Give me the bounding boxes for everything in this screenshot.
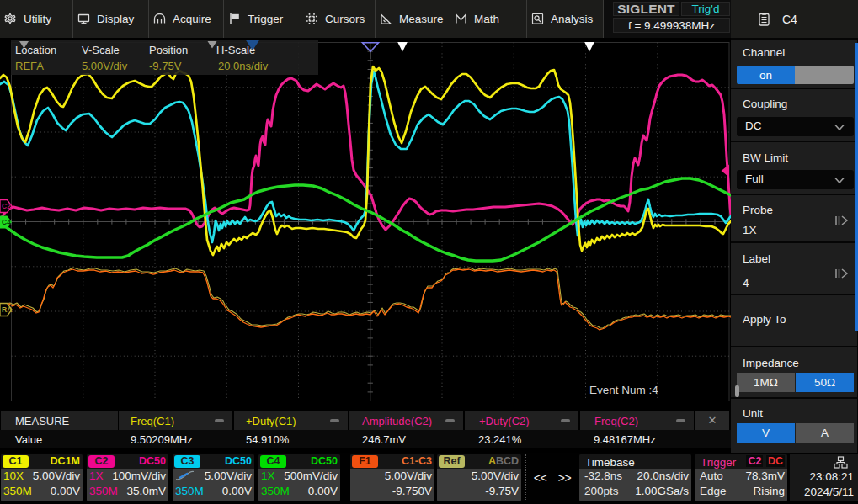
svg-text:-9.75V: -9.75V bbox=[149, 60, 182, 72]
svg-text:Event Num :4: Event Num :4 bbox=[589, 384, 658, 396]
svg-text:C2: C2 bbox=[2, 202, 11, 210]
svg-text:REFA: REFA bbox=[15, 60, 44, 72]
svg-text:Location: Location bbox=[15, 44, 56, 56]
svg-text:Position: Position bbox=[149, 44, 188, 56]
svg-text:5.00V/div: 5.00V/div bbox=[82, 60, 128, 72]
svg-text:V-Scale: V-Scale bbox=[82, 44, 120, 56]
svg-text:20.0ns/div: 20.0ns/div bbox=[218, 60, 269, 72]
svg-text:C4: C4 bbox=[2, 218, 11, 226]
svg-text:RA: RA bbox=[2, 305, 12, 314]
